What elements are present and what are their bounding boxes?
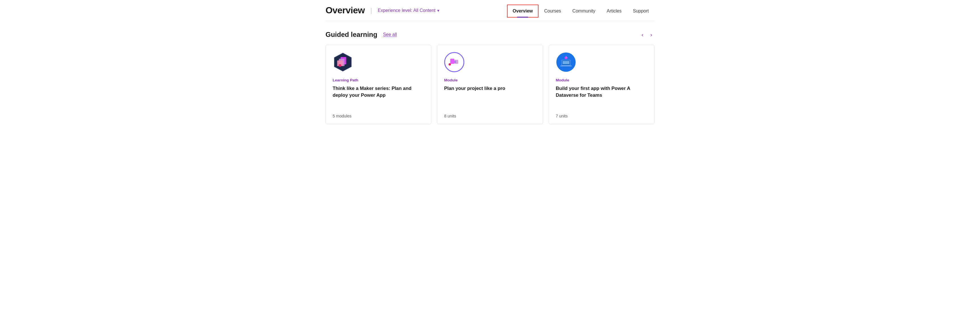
svg-rect-8 <box>454 60 458 64</box>
page-title: Overview <box>326 5 365 16</box>
card-title: Build your first app with Power A Datave… <box>556 85 648 110</box>
card-type-label: Module <box>444 78 536 82</box>
card-meta: 5 modules <box>332 114 424 118</box>
guided-learning-section: Guided learning See all ‹ › <box>326 30 654 124</box>
divider: | <box>370 7 372 14</box>
experience-level-label: Experience level: All Content <box>378 8 436 13</box>
card-meta: 7 units <box>556 114 648 118</box>
tab-courses[interactable]: Courses <box>538 8 567 18</box>
chevron-down-icon: ▾ <box>437 8 439 13</box>
tab-support[interactable]: Support <box>627 8 654 18</box>
tab-courses-label: Courses <box>544 8 561 13</box>
card-title: Plan your project like a pro <box>444 85 536 110</box>
svg-rect-16 <box>560 65 572 66</box>
card-icon-circle-blue <box>556 52 576 72</box>
nav-tabs-container: Overview Courses Community Articles Supp… <box>507 8 654 18</box>
prev-arrow-button[interactable]: ‹ <box>639 30 646 39</box>
next-arrow-button[interactable]: › <box>648 30 654 39</box>
card-module-plan[interactable]: Module Plan your project like a pro 8 un… <box>437 45 543 124</box>
card-module-build[interactable]: Module Build your first app with Power A… <box>549 45 654 124</box>
tab-overview-label: Overview <box>513 8 533 13</box>
card-learning-path[interactable]: Learning Path Think like a Maker series:… <box>326 45 431 124</box>
section-title: Guided learning <box>326 30 377 38</box>
tab-articles-label: Articles <box>607 8 622 13</box>
svg-rect-15 <box>563 61 570 64</box>
tab-community-label: Community <box>573 8 595 13</box>
tab-community[interactable]: Community <box>567 8 601 18</box>
card-icon-hex <box>332 52 353 72</box>
top-navigation: Overview | Experience level: All Content… <box>326 0 654 21</box>
cards-container: Learning Path Think like a Maker series:… <box>326 45 654 124</box>
tab-overview[interactable]: Overview <box>507 8 538 18</box>
card-type-label: Module <box>556 78 648 82</box>
svg-point-11 <box>449 63 451 65</box>
tab-articles[interactable]: Articles <box>601 8 627 18</box>
card-meta: 8 units <box>444 114 536 118</box>
see-all-link[interactable]: See all <box>383 32 397 37</box>
card-title: Think like a Maker series: Plan and depl… <box>332 85 424 110</box>
card-icon-circle-purple <box>444 52 465 72</box>
header-left: Overview | Experience level: All Content… <box>326 5 439 21</box>
section-header: Guided learning See all ‹ › <box>326 30 654 39</box>
tab-support-label: Support <box>633 8 649 13</box>
svg-rect-7 <box>450 59 454 64</box>
carousel-arrows: ‹ › <box>639 30 654 39</box>
experience-level-button[interactable]: Experience level: All Content ▾ <box>378 8 439 13</box>
svg-point-4 <box>339 64 341 67</box>
card-type-label: Learning Path <box>332 78 424 82</box>
section-header-left: Guided learning See all <box>326 30 397 38</box>
